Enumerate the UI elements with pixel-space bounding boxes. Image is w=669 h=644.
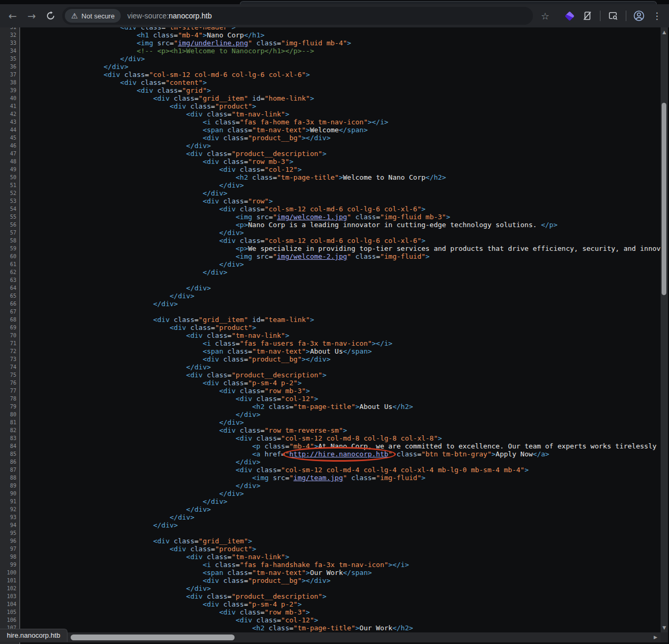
source-token: <div	[202, 379, 219, 387]
source-token: =	[227, 371, 231, 379]
source-token: </div>	[170, 292, 195, 300]
source-token: class	[227, 126, 248, 134]
source-line-code: <h2 class="tm-page-title">Our Work</h2>	[20, 624, 413, 632]
source-token: "tm-nav-link"	[231, 331, 285, 339]
source-line-code	[20, 308, 21, 316]
address-bar[interactable]: ⚠ Not secure view-source:nanocorp.htb	[62, 7, 533, 25]
bookmark-star-icon: ☆	[541, 11, 549, 22]
source-token: >	[285, 331, 289, 339]
forward-button[interactable]: →	[22, 6, 41, 25]
source-token: "btn tm-btn-gray"	[421, 450, 491, 458]
source-token: "tm-nav-link"	[231, 110, 285, 118]
source-token: </h2>	[392, 624, 413, 632]
back-button[interactable]: ←	[3, 6, 22, 25]
source-token: class	[227, 347, 248, 355]
profile-button[interactable]	[630, 7, 648, 25]
line-number: 98	[0, 553, 20, 561]
source-line-code: <div class="row tm-reverse-sm">	[20, 426, 347, 434]
line-number: 36	[0, 63, 20, 71]
source-token: </div>	[153, 300, 178, 308]
source-token: "	[347, 213, 351, 221]
source-token: </p>	[541, 221, 557, 229]
extension-button-diamond[interactable]	[560, 7, 578, 25]
vertical-scrollbar-thumb[interactable]	[662, 103, 666, 295]
source-token: <div	[219, 205, 236, 213]
source-token: class	[265, 442, 285, 450]
horizontal-scrollbar[interactable]: ▶	[0, 632, 661, 642]
source-line-code: </div>	[20, 284, 211, 292]
security-chip-label: Not secure	[82, 12, 115, 20]
line-number: 42	[0, 110, 20, 118]
source-line-code: <div class="col-sm-12 col-md-6 col-lg-6 …	[20, 71, 310, 79]
source-token: "	[389, 450, 393, 458]
source-line-code: <img src="img/underline.png" class="img-…	[20, 39, 351, 47]
scroll-up-arrow[interactable]: ▲	[661, 28, 668, 36]
source-token	[211, 118, 215, 126]
source-link[interactable]: http://hire.nanocorp.htb	[289, 450, 389, 458]
security-chip[interactable]: ⚠ Not secure	[65, 9, 121, 23]
source-token: <p>	[236, 221, 248, 229]
source-token	[219, 379, 224, 387]
reload-button[interactable]	[41, 6, 60, 25]
source-token: Welcome to Nano Corp	[343, 173, 426, 181]
menu-button[interactable]: ⋮	[648, 7, 666, 25]
source-token: <i	[202, 339, 211, 347]
line-number: 82	[0, 426, 20, 434]
source-line-code: <i class="fas fa-home fa-3x tm-nav-icon"…	[20, 118, 389, 126]
scroll-right-arrow[interactable]: ▶	[654, 632, 657, 642]
source-line-code: <div class="row mb-3">	[20, 387, 310, 395]
back-arrow-icon: ←	[8, 10, 17, 22]
source-line: 37 <div class="col-sm-12 col-md-6 col-lg…	[0, 71, 669, 79]
source-token: class	[240, 165, 260, 173]
extension-button-blocked[interactable]	[578, 7, 596, 25]
source-token: class	[190, 102, 211, 110]
source-token: >	[355, 403, 360, 411]
source-token: </div>	[202, 268, 227, 276]
line-number: 95	[0, 529, 20, 537]
source-line: 75 <div class="product__description">	[0, 371, 669, 379]
source-token: class	[227, 569, 248, 577]
line-number: 100	[0, 569, 20, 577]
source-line: 74 </div>	[0, 363, 669, 371]
source-token	[260, 442, 265, 450]
source-token: =	[260, 205, 265, 213]
search-tabs-button[interactable]	[604, 7, 622, 25]
source-token: Nano Corp is a leading innovator in cutt…	[248, 221, 541, 229]
source-token: <div	[153, 316, 169, 324]
source-token: class	[215, 561, 236, 569]
source-token: class	[224, 197, 244, 205]
source-token: =	[236, 561, 240, 569]
source-token: class	[224, 577, 244, 584]
source-link[interactable]: img/underline.png	[178, 39, 248, 47]
line-number: 93	[0, 513, 20, 521]
source-token: >	[310, 94, 314, 102]
source-line-code: <h2 class="tm-page-title">About Us</h2>	[20, 403, 413, 411]
source-token: </div>	[186, 584, 211, 592]
source-token: At Nano Corp, we are committed to excell…	[318, 442, 657, 450]
source-token: Our Work	[310, 569, 343, 577]
line-number: 62	[0, 268, 20, 276]
source-token: =	[260, 608, 265, 616]
source-line-code: </div>	[20, 521, 178, 529]
source-token: "tm-nav-text"	[252, 569, 306, 577]
source-token	[219, 355, 224, 363]
source-token: src	[157, 39, 169, 47]
source-line-code: <img src="img/team.jpg" class="img-fluid…	[20, 474, 425, 482]
bookmark-button[interactable]: ☆	[536, 7, 554, 25]
source-token: "product__bg"	[248, 355, 302, 363]
source-link[interactable]: img/welcome-2.jpg	[277, 252, 347, 260]
source-token	[252, 395, 256, 403]
source-link[interactable]: img/team.jpg	[294, 474, 343, 482]
source-line: 73 <div class="product__bg"></div>	[0, 355, 669, 363]
vertical-scrollbar[interactable]: ▲ ▼	[661, 27, 668, 632]
source-line: 93 </div>	[0, 513, 669, 521]
source-token: >	[306, 608, 310, 616]
source-token: >	[207, 86, 211, 94]
source-token: class	[256, 434, 277, 442]
source-token: src	[273, 474, 285, 482]
source-link[interactable]: img/welcome-1.jpg	[277, 213, 347, 221]
horizontal-scrollbar-thumb[interactable]	[71, 635, 235, 640]
source-line-code: <div class="row mb-3">	[20, 608, 310, 616]
source-token: <div	[219, 165, 236, 173]
scroll-down-arrow[interactable]: ▼	[661, 624, 668, 631]
